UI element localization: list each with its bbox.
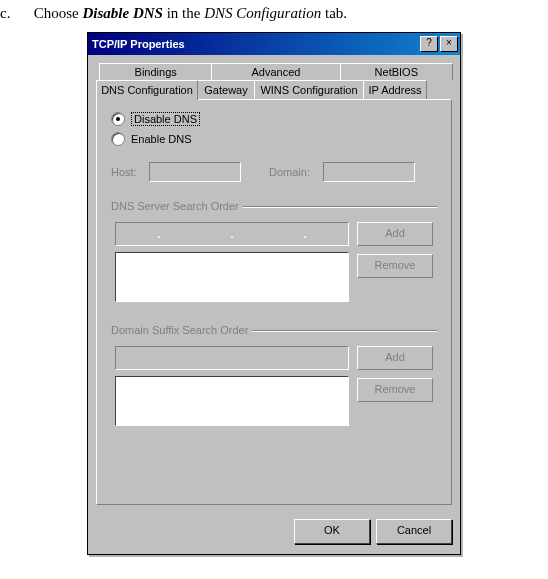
tabs-front-row: DNS ConfigurationGatewayWINS Configurati… xyxy=(96,80,452,99)
suffix-add-button: Add xyxy=(357,346,433,370)
tab-gateway[interactable]: Gateway xyxy=(197,80,255,99)
suffix-remove-button: Remove xyxy=(357,378,433,402)
group-label-text: Domain Suffix Search Order xyxy=(111,324,248,336)
domain-label: Domain: xyxy=(269,166,319,178)
radio-disable-dns[interactable]: Disable DNS xyxy=(111,112,437,126)
radio-label: Enable DNS xyxy=(131,133,192,145)
instruction-text: c. Choose Disable DNS in the DNS Configu… xyxy=(0,0,548,32)
host-label: Host: xyxy=(111,166,145,178)
radio-icon xyxy=(111,132,125,146)
tab-ip-address[interactable]: IP Address xyxy=(363,80,427,99)
radio-enable-dns[interactable]: Enable DNS xyxy=(111,132,437,146)
dns-add-button: Add xyxy=(357,222,433,246)
close-icon: × xyxy=(446,37,452,48)
list-marker: c. xyxy=(0,5,30,22)
radio-label: Disable DNS xyxy=(131,112,200,126)
tcpip-properties-dialog: TCP/IP Properties ? × BindingsAdvancedNe… xyxy=(87,32,461,555)
tab-wins-configuration[interactable]: WINS Configuration xyxy=(254,80,364,99)
help-icon: ? xyxy=(426,37,432,48)
cancel-button[interactable]: Cancel xyxy=(376,519,452,544)
dns-server-list xyxy=(115,252,349,302)
suffix-list xyxy=(115,376,349,426)
host-input xyxy=(149,162,241,182)
tab-netbios[interactable]: NetBIOS xyxy=(340,63,453,80)
dns-ip-input: ... xyxy=(115,222,349,246)
tab-bindings[interactable]: Bindings xyxy=(99,63,212,80)
ok-button[interactable]: OK xyxy=(294,519,370,544)
help-button[interactable]: ? xyxy=(420,36,438,52)
titlebar: TCP/IP Properties ? × xyxy=(88,33,460,55)
dns-remove-button: Remove xyxy=(357,254,433,278)
close-button[interactable]: × xyxy=(440,36,458,52)
dns-server-search-order-group: DNS Server Search Order ... Add Remove xyxy=(111,200,437,306)
dialog-footer: OK Cancel xyxy=(88,513,460,554)
domain-suffix-search-order-group: Domain Suffix Search Order Add Remove xyxy=(111,324,437,430)
group-label-text: DNS Server Search Order xyxy=(111,200,239,212)
tab-advanced[interactable]: Advanced xyxy=(211,63,340,80)
tabs-back-row: BindingsAdvancedNetBIOS xyxy=(99,63,452,80)
window-title: TCP/IP Properties xyxy=(92,38,418,50)
domain-input xyxy=(323,162,415,182)
radio-icon xyxy=(111,112,125,126)
suffix-input xyxy=(115,346,349,370)
tab-dns-configuration[interactable]: DNS Configuration xyxy=(96,80,198,100)
tab-panel-dns: Disable DNS Enable DNS Host: Domain: DNS… xyxy=(96,99,452,505)
